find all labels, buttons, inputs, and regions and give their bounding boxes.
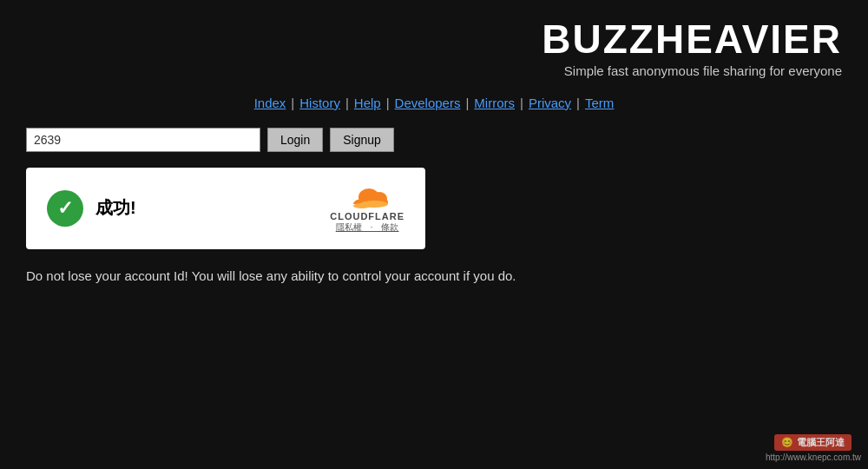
watermark-icon: 😊 <box>781 437 793 448</box>
nav-help[interactable]: Help <box>354 96 381 110</box>
cloudflare-label: CLOUDFLARE <box>330 211 404 221</box>
success-left: ✓ 成功! <box>47 190 136 227</box>
nav-terms[interactable]: Term <box>585 96 614 110</box>
signup-button[interactable]: Signup <box>330 128 394 152</box>
cloudflare-links[interactable]: 隱私權 · 條款 <box>336 221 399 234</box>
login-row: Login Signup <box>26 128 842 152</box>
header: BUZZHEAVIER Simple fast anonymous file s… <box>26 17 842 78</box>
success-message: 成功! <box>95 196 136 220</box>
account-input[interactable] <box>26 128 260 152</box>
nav-sep-1: | <box>291 96 294 110</box>
nav-mirrors[interactable]: Mirrors <box>474 96 515 110</box>
site-title: BUZZHEAVIER <box>542 17 842 62</box>
watermark-url: http://www.knepc.com.tw <box>766 452 861 462</box>
nav-privacy[interactable]: Privacy <box>529 96 571 110</box>
nav-sep-4: | <box>465 96 469 110</box>
nav-bar: Index | History | Help | Developers | Mi… <box>26 96 842 110</box>
check-circle: ✓ <box>47 190 83 227</box>
nav-sep-3: | <box>386 96 390 110</box>
warning-text: Do not lose your account Id! You will lo… <box>26 268 842 283</box>
watermark-badge: 😊 電腦王阿達 <box>774 434 852 451</box>
success-box: ✓ 成功! CLOUDFLARE 隱私權 · 條款 <box>26 168 425 249</box>
nav-history[interactable]: History <box>299 96 340 110</box>
watermark: 😊 電腦王阿達 http://www.knepc.com.tw <box>766 434 861 462</box>
cloudflare-cloud-icon <box>341 183 393 211</box>
login-button[interactable]: Login <box>267 128 323 152</box>
nav-sep-6: | <box>576 96 580 110</box>
nav-index[interactable]: Index <box>254 96 286 110</box>
watermark-text: 電腦王阿達 <box>797 436 845 449</box>
nav-sep-5: | <box>520 96 523 110</box>
site-subtitle: Simple fast anonymous file sharing for e… <box>564 63 842 78</box>
nav-developers[interactable]: Developers <box>395 96 461 110</box>
cloudflare-badge: CLOUDFLARE 隱私權 · 條款 <box>330 183 404 234</box>
check-icon: ✓ <box>57 199 73 218</box>
svg-point-6 <box>353 203 371 208</box>
nav-sep-2: | <box>345 96 349 110</box>
